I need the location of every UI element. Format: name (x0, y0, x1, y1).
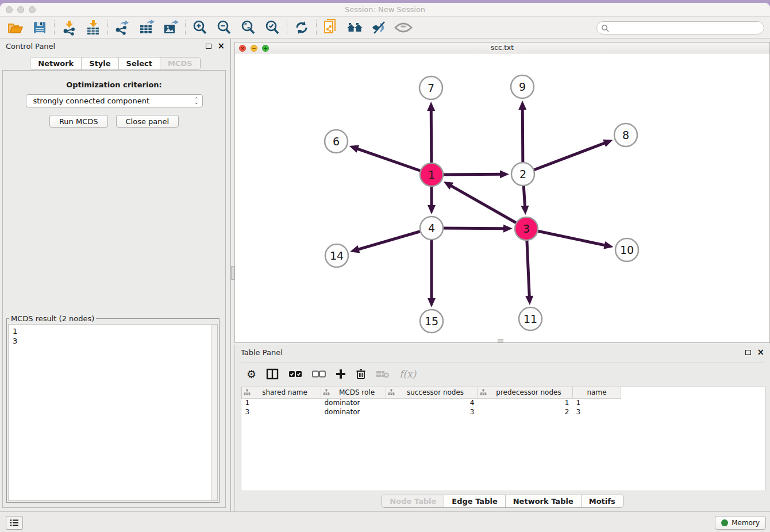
tab-edge-table[interactable]: Edge Table (444, 495, 505, 507)
cell-predecessor-nodes[interactable]: 1 (478, 398, 573, 407)
tab-mcds[interactable]: MCDS (160, 57, 200, 70)
edge-arrowhead (500, 170, 509, 178)
search-input[interactable] (609, 23, 764, 33)
close-panel-icon[interactable]: × (217, 43, 225, 49)
table-panel: Table Panel × ⚙ (234, 345, 770, 511)
hide-graphics-details-button[interactable] (367, 18, 391, 37)
column-header-mcds-role[interactable]: MCDS role (321, 387, 386, 398)
export-table-button[interactable] (134, 18, 159, 37)
table-options-button[interactable]: ⚙ (247, 368, 256, 380)
clone-network-button[interactable] (319, 18, 343, 37)
save-icon (33, 21, 47, 34)
add-icon (336, 369, 346, 379)
cell-mcds-role[interactable]: dominator (321, 407, 386, 417)
tab-node-table[interactable]: Node Table (382, 495, 444, 507)
column-header-name[interactable]: name (573, 387, 621, 398)
zoom-out-button[interactable] (212, 18, 236, 37)
import-network-button[interactable] (57, 18, 81, 37)
import-table-button[interactable] (81, 18, 105, 37)
hide-graphics-details-icon (371, 21, 388, 34)
window-title: Session: New Session (0, 5, 770, 14)
selected-option: strongly connected component (33, 97, 150, 105)
scrollbar[interactable] (211, 325, 217, 500)
run-mcds-button[interactable]: Run MCDS (49, 115, 108, 128)
cell-mcds-role[interactable]: dominator (321, 398, 386, 407)
import-network-icon (61, 20, 77, 36)
close-panel-icon[interactable]: × (757, 349, 764, 355)
home-icon (346, 21, 364, 34)
column-header-successor-nodes[interactable]: successor nodes (386, 387, 478, 398)
graph-node-label: 1 (428, 168, 435, 181)
save-session-button[interactable] (28, 18, 52, 37)
graph-node-label: 3 (523, 222, 530, 235)
edge-arrowhead (350, 245, 360, 253)
hierarchy-icon (480, 389, 487, 396)
cell-name[interactable]: 1 (573, 398, 621, 407)
select-all-button[interactable] (288, 370, 302, 378)
zoom-in-button[interactable] (188, 18, 212, 37)
edge-arrowhead (603, 140, 613, 147)
table-row[interactable]: 3 dominator 3 2 3 (242, 407, 621, 417)
cell-successor-nodes[interactable]: 3 (386, 407, 478, 417)
open-session-button[interactable] (3, 18, 28, 37)
hierarchy-icon (244, 389, 251, 396)
column-header-predecessor-nodes[interactable]: predecessor nodes (478, 387, 573, 398)
refresh-button[interactable] (290, 18, 314, 37)
tab-motifs[interactable]: Motifs (581, 495, 623, 507)
zoom-fit-button[interactable] (236, 18, 260, 37)
tab-style[interactable]: Style (81, 57, 118, 70)
search-box[interactable] (596, 21, 764, 34)
export-image-button[interactable] (159, 18, 183, 37)
toolbar-separator (107, 20, 108, 35)
control-panel: Control Panel × Network Style Select MCD… (0, 38, 230, 511)
float-panel-icon[interactable] (206, 44, 211, 49)
float-panel-icon[interactable] (745, 350, 751, 355)
table-row[interactable]: 1 dominator 4 1 1 (242, 398, 621, 407)
deselect-all-button[interactable] (312, 370, 326, 378)
memory-status-icon (721, 519, 728, 526)
main-toolbar (0, 17, 770, 38)
control-panel-title: Control Panel (6, 42, 55, 51)
memory-button[interactable]: Memory (715, 516, 766, 530)
graph-node-label: 14 (330, 249, 344, 262)
show-columns-button[interactable] (266, 368, 279, 380)
task-history-button[interactable] (6, 516, 23, 530)
network-view-window: × − + scc.txt 1234678910111415 (234, 42, 770, 343)
edge-arrowhead (521, 206, 529, 215)
graph-node-label: 6 (333, 135, 340, 148)
export-table-icon (138, 20, 155, 36)
cell-successor-nodes[interactable]: 4 (386, 398, 478, 407)
refresh-icon (294, 20, 309, 35)
optimization-criterion-label: Optimization criterion: (3, 80, 225, 89)
export-network-button[interactable] (110, 18, 134, 37)
home-button[interactable] (343, 18, 367, 37)
splitter-handle[interactable] (498, 339, 503, 342)
window-titlebar: Session: New Session (0, 3, 770, 17)
network-canvas[interactable]: 1234678910111415 (235, 53, 769, 342)
tab-network-table[interactable]: Network Table (505, 495, 581, 507)
graph-edge-3-1[interactable] (451, 186, 526, 229)
create-column-button[interactable] (336, 369, 346, 379)
open-folder-icon (7, 21, 24, 34)
delete-table-button (376, 369, 390, 379)
close-panel-button[interactable]: Close panel (116, 115, 179, 128)
delete-column-button[interactable] (356, 368, 366, 380)
panel-splitter[interactable] (230, 38, 234, 511)
optimization-criterion-select[interactable]: strongly connected component ⌃⌄ (26, 94, 203, 107)
column-header-shared-name[interactable]: shared name (242, 387, 321, 398)
table-toolbar: ⚙ f(x) (241, 363, 765, 384)
tab-network[interactable]: Network (30, 57, 81, 70)
tab-select[interactable]: Select (118, 57, 160, 70)
graph-edge-2-8[interactable] (523, 142, 605, 174)
mcds-result-list[interactable]: 1 3 (8, 324, 218, 501)
graph-node-label: 4 (428, 222, 435, 234)
cell-name[interactable]: 3 (573, 407, 621, 417)
show-graphics-details-button[interactable] (391, 18, 415, 37)
edge-arrowhead (503, 225, 513, 233)
network-window-titlebar[interactable]: × − + scc.txt (235, 43, 769, 53)
cell-shared-name[interactable]: 1 (242, 398, 321, 407)
zoom-selected-button[interactable] (260, 18, 284, 37)
cell-predecessor-nodes[interactable]: 2 (478, 407, 573, 417)
cell-shared-name[interactable]: 3 (242, 407, 321, 417)
graph-node-label: 2 (519, 168, 526, 180)
